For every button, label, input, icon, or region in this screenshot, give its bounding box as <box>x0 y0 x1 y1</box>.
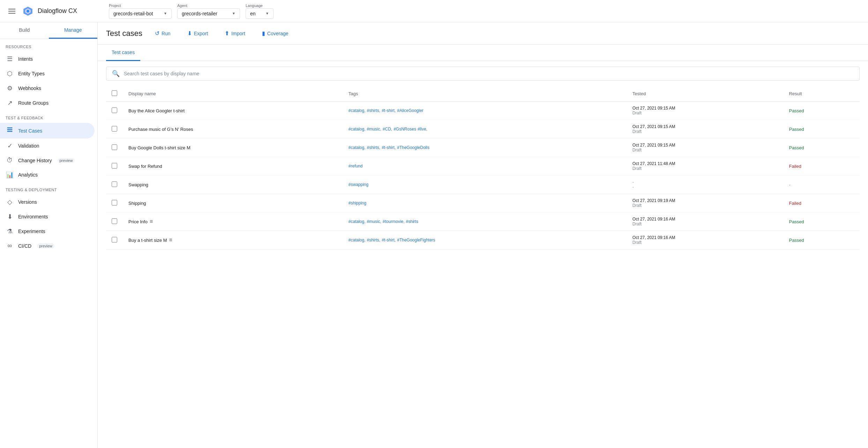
sidebar-item-test-cases[interactable]: Test Cases <box>0 123 95 139</box>
tab-test-cases[interactable]: Test cases <box>106 45 140 61</box>
tested-date: Oct 27, 2021 09:15 AM <box>633 106 675 111</box>
search-input[interactable] <box>124 71 854 76</box>
table-header-row: Display name Tags Tested Result <box>106 86 860 102</box>
main-layout: Build Manage RESOURCES ☰ Intents ⬡ Entit… <box>0 22 868 448</box>
row-result: Failed <box>783 194 860 212</box>
tab-manage[interactable]: Manage <box>49 22 98 39</box>
tag[interactable]: #swapping <box>349 182 368 187</box>
tag[interactable]: #music, <box>367 127 381 132</box>
sidebar-item-environments[interactable]: ⬇ Environments <box>0 209 95 224</box>
tag[interactable]: #t-shirt, <box>382 108 396 113</box>
tag[interactable]: #catalog, <box>349 108 366 113</box>
tested-date: Oct 27, 2021 11:48 AM <box>633 161 675 166</box>
tag[interactable]: #shirts <box>406 219 418 224</box>
agent-arrow-icon: ▼ <box>232 12 235 15</box>
row-checkbox[interactable] <box>112 200 117 206</box>
coverage-label: Coverage <box>267 31 289 36</box>
display-name-text: Buy a t-shirt size M≡ <box>128 237 337 243</box>
tag[interactable]: #live, <box>418 127 427 132</box>
row-checkbox-cell <box>106 157 123 176</box>
test-cases-table: Display name Tags Tested Result Buy the … <box>106 86 860 249</box>
row-tags: #refund <box>343 157 627 176</box>
tested-status: Draft <box>633 111 642 115</box>
display-name-text: Swapping <box>128 182 337 187</box>
table-row: Swapping#swapping--- <box>106 176 860 194</box>
row-checkbox-cell <box>106 231 123 249</box>
agent-label: Agent <box>177 3 240 8</box>
tag[interactable]: #catalog, <box>349 145 366 150</box>
page-title: Test cases <box>106 29 142 38</box>
row-result: Failed <box>783 157 860 176</box>
tag[interactable]: #shirts, <box>367 108 381 113</box>
svg-rect-4 <box>7 129 13 130</box>
tag[interactable]: #TheGoogleDolls <box>397 145 429 150</box>
table-row: Shipping#shippingOct 27, 2021 09:19 AMDr… <box>106 194 860 212</box>
run-button[interactable]: ↺ Run <box>151 27 175 39</box>
agent-dropdown[interactable]: grecords-retailer ▼ <box>177 8 240 19</box>
display-name-text: Swap for Refund <box>128 164 337 169</box>
import-button[interactable]: ⬆ Import <box>220 27 249 39</box>
sidebar-route-groups-label: Route Groups <box>18 100 48 106</box>
row-checkbox[interactable] <box>112 218 117 224</box>
table-row: Price Info≡#catalog,#music,#tourmovie,#s… <box>106 212 860 231</box>
tag[interactable]: #shipping <box>349 201 366 206</box>
sidebar-item-change-history[interactable]: ⏱ Change History preview <box>0 153 95 167</box>
table-row: Buy a t-shirt size M≡#catalog,#shirts,#t… <box>106 231 860 249</box>
project-dropdown[interactable]: grecords-retail-bot ▼ <box>109 8 172 19</box>
row-display-name: Swap for Refund <box>123 157 343 176</box>
sidebar-item-route-groups[interactable]: ↗ Route Groups <box>0 96 95 110</box>
language-dropdown[interactable]: en ▼ <box>246 8 274 19</box>
result-value: Passed <box>789 145 804 150</box>
row-tags: #catalog,#music,#CD,#GsNRoses#live, <box>343 120 627 139</box>
tag[interactable]: #refund <box>349 164 363 169</box>
tag[interactable]: #shirts, <box>367 145 381 150</box>
row-checkbox[interactable] <box>112 181 117 187</box>
tag[interactable]: #CD, <box>383 127 392 132</box>
test-cases-table-container: Display name Tags Tested Result Buy the … <box>98 86 868 448</box>
tag[interactable]: #t-shirt, <box>382 145 396 150</box>
tag[interactable]: #catalog, <box>349 127 366 132</box>
tag[interactable]: #t-shirt, <box>382 238 396 242</box>
sidebar-item-versions[interactable]: ◇ Versions <box>0 195 95 209</box>
result-value: Failed <box>789 164 801 169</box>
svg-rect-3 <box>7 127 13 128</box>
export-label: Export <box>194 31 208 36</box>
tag[interactable]: #GsNRoses <box>394 127 416 132</box>
tag[interactable]: #shirts, <box>367 238 381 242</box>
sidebar-item-experiments[interactable]: ⚗ Experiments <box>0 224 95 239</box>
sidebar-item-cicd[interactable]: ∞ CI/CD preview <box>0 239 95 253</box>
tag[interactable]: #music, <box>367 219 381 224</box>
note-icon: ≡ <box>169 237 172 243</box>
coverage-button[interactable]: ▮ Coverage <box>258 27 293 39</box>
row-checkbox[interactable] <box>112 107 117 113</box>
tag[interactable]: #AliceGoogler <box>397 108 423 113</box>
page-header: Test cases ↺ Run ⬇ Export ⬆ Import ▮ Cov… <box>98 22 868 45</box>
row-checkbox[interactable] <box>112 163 117 169</box>
tag[interactable]: #catalog, <box>349 238 366 242</box>
language-arrow-icon: ▼ <box>265 12 269 15</box>
tab-build[interactable]: Build <box>0 22 49 39</box>
sidebar-item-intents[interactable]: ☰ Intents <box>0 52 95 66</box>
import-icon: ⬆ <box>225 30 229 37</box>
tag[interactable]: #catalog, <box>349 219 366 224</box>
sidebar-item-webhooks[interactable]: ⚙ Webhooks <box>0 81 95 96</box>
tag[interactable]: #TheGoogleFighters <box>397 238 435 242</box>
table-row: Buy Google Dolls t-shirt size M#catalog,… <box>106 139 860 157</box>
select-all-checkbox[interactable] <box>112 90 117 96</box>
tag[interactable]: #tourmovie, <box>383 219 405 224</box>
row-checkbox[interactable] <box>112 126 117 132</box>
analytics-icon: 📊 <box>6 171 14 179</box>
project-label: Project <box>109 3 172 8</box>
row-checkbox[interactable] <box>112 144 117 150</box>
sidebar-item-validation[interactable]: ✓ Validation <box>0 139 95 153</box>
export-button[interactable]: ⬇ Export <box>183 27 212 39</box>
hamburger-menu[interactable] <box>6 6 18 16</box>
result-value: Passed <box>789 219 804 224</box>
webhooks-icon: ⚙ <box>6 84 14 92</box>
row-result: Passed <box>783 231 860 249</box>
sidebar-item-entity-types[interactable]: ⬡ Entity Types <box>0 66 95 81</box>
result-value: - <box>789 182 790 187</box>
row-checkbox-cell <box>106 176 123 194</box>
row-checkbox[interactable] <box>112 237 117 242</box>
sidebar-item-analytics[interactable]: 📊 Analytics <box>0 167 95 182</box>
